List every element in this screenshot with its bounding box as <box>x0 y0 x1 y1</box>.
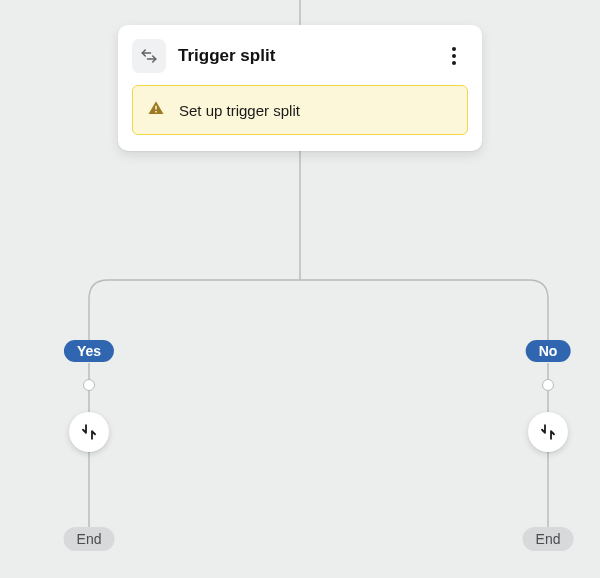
warning-text: Set up trigger split <box>179 102 300 119</box>
connector-dot-no[interactable] <box>542 379 554 391</box>
setup-warning[interactable]: Set up trigger split <box>132 85 468 135</box>
card-menu-button[interactable] <box>440 42 468 70</box>
card-title: Trigger split <box>178 46 428 66</box>
end-node-yes: End <box>64 527 115 551</box>
branch-badge-yes: Yes <box>64 340 114 362</box>
trigger-split-icon <box>132 39 166 73</box>
split-arrows-icon <box>539 423 557 441</box>
more-icon <box>452 47 456 65</box>
split-arrows-icon <box>80 423 98 441</box>
connector-dot-yes[interactable] <box>83 379 95 391</box>
end-node-no: End <box>523 527 574 551</box>
warning-icon <box>147 99 165 121</box>
card-header: Trigger split <box>132 39 468 73</box>
svg-rect-7 <box>155 111 157 113</box>
branch-badge-no: No <box>526 340 571 362</box>
svg-rect-6 <box>155 106 157 110</box>
add-step-node-no[interactable] <box>528 412 568 452</box>
trigger-split-card[interactable]: Trigger split Set up trigger split <box>118 25 482 151</box>
add-step-node-yes[interactable] <box>69 412 109 452</box>
flow-canvas: Trigger split Set up trigger split Yes <box>0 0 600 578</box>
